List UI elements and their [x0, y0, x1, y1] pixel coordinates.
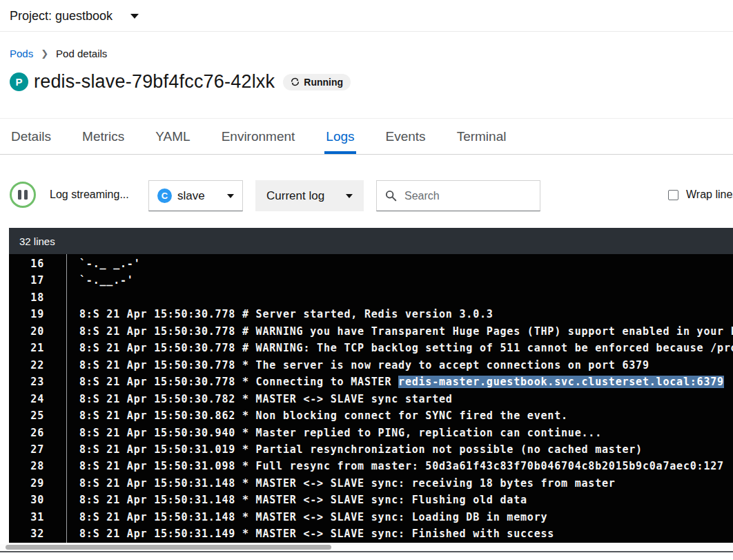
log-line-text	[66, 289, 79, 306]
log-toolbar: Log streaming... C slave Current log Wra…	[10, 180, 733, 211]
tab-details[interactable]: Details	[10, 119, 52, 154]
log-line: 238:S 21 Apr 15:50:30.778 * Connecting t…	[9, 374, 733, 390]
log-line-number: 16	[9, 255, 66, 272]
wrap-lines-label: Wrap lines	[686, 189, 733, 201]
log-line-number: 25	[9, 407, 66, 424]
log-line-number: 17	[9, 272, 66, 289]
page-title: redis-slave-79bf4fcc76-42lxk	[34, 71, 275, 93]
search-icon	[385, 190, 397, 202]
status-badge-label: Running	[304, 77, 343, 88]
pause-log-streaming-button[interactable]	[10, 182, 36, 208]
search-input[interactable]	[404, 190, 522, 202]
breadcrumb: Pods ❯ Pod details	[10, 48, 107, 59]
log-line: 248:S 21 Apr 15:50:30.782 * MASTER <-> S…	[9, 391, 733, 407]
log-line: 308:S 21 Apr 15:50:31.148 * MASTER <-> S…	[9, 492, 733, 508]
log-line-text: 8:S 21 Apr 15:50:31.019 * Partial resync…	[66, 441, 643, 458]
log-line-number: 30	[9, 492, 66, 508]
log-line-number: 20	[9, 323, 66, 340]
log-line: 208:S 21 Apr 15:50:30.778 # WARNING you …	[9, 323, 733, 340]
log-search	[376, 180, 540, 211]
breadcrumb-current: Pod details	[56, 48, 107, 59]
log-window: 32 lines 16`-._ _.-'17`-.__.-'18198:S 21…	[9, 228, 733, 543]
log-streaming-status: Log streaming...	[50, 189, 129, 201]
log-line: 228:S 21 Apr 15:50:30.778 * The server i…	[9, 357, 733, 374]
tab-metrics[interactable]: Metrics	[81, 119, 126, 154]
pod-details-page: Project: guestbook Pods ❯ Pod details P …	[0, 0, 733, 560]
log-line-number: 22	[9, 357, 66, 374]
log-line: 18	[9, 289, 733, 306]
log-line-text: 8:S 21 Apr 15:50:30.782 * MASTER <-> SLA…	[66, 391, 453, 407]
log-line-number: 24	[9, 391, 66, 407]
log-line-number: 19	[9, 306, 66, 322]
log-lines[interactable]: 16`-._ _.-'17`-.__.-'18198:S 21 Apr 15:5…	[9, 254, 733, 543]
log-highlighted-text: redis-master.guestbook.svc.clusterset.lo…	[398, 376, 724, 388]
caret-down-icon	[346, 194, 353, 198]
log-file-select-value: Current log	[266, 189, 324, 203]
log-line-text: 8:S 21 Apr 15:50:31.148 * MASTER <-> SLA…	[66, 475, 616, 492]
page-header: P redis-slave-79bf4fcc76-42lxk Running	[10, 71, 351, 93]
log-line-number: 26	[9, 425, 66, 441]
log-line-number: 21	[9, 340, 66, 356]
tab-events[interactable]: Events	[384, 119, 427, 154]
log-line-number: 18	[9, 289, 66, 306]
log-line-text: 8:S 21 Apr 15:50:30.778 # WARNING: The T…	[66, 340, 733, 356]
log-line: 288:S 21 Apr 15:50:31.098 * Full resync …	[9, 458, 733, 474]
log-line: 17`-.__.-'	[9, 272, 733, 289]
log-line: 298:S 21 Apr 15:50:31.148 * MASTER <-> S…	[9, 475, 733, 492]
log-line: 198:S 21 Apr 15:50:30.778 # Server start…	[9, 306, 733, 322]
chevron-right-icon: ❯	[41, 48, 48, 59]
log-window-bottom-border	[0, 551, 733, 552]
tab-logs[interactable]: Logs	[324, 119, 355, 154]
horizontal-scrollbar[interactable]	[0, 544, 733, 550]
container-select[interactable]: C slave	[148, 180, 243, 211]
log-line-number: 32	[9, 525, 66, 542]
log-line-text: 8:S 21 Apr 15:50:31.148 * MASTER <-> SLA…	[66, 492, 527, 508]
log-line-text: 8:S 21 Apr 15:50:30.778 # WARNING you ha…	[66, 323, 733, 340]
tab-terminal[interactable]: Terminal	[456, 119, 508, 154]
tab-environment[interactable]: Environment	[220, 119, 297, 154]
log-line-text: 8:S 21 Apr 15:50:30.778 * Connecting to …	[66, 374, 724, 390]
log-line-text: `-.__.-'	[66, 272, 134, 289]
log-line-text: `-._ _.-'	[66, 255, 140, 272]
log-line-number: 29	[9, 475, 66, 492]
log-line-number: 27	[9, 441, 66, 458]
wrap-lines-checkbox[interactable]	[668, 190, 678, 200]
tab-yaml[interactable]: YAML	[154, 119, 191, 154]
container-select-value: slave	[177, 189, 205, 203]
breadcrumb-pods-link[interactable]: Pods	[10, 48, 33, 59]
log-line-text: 8:S 21 Apr 15:50:30.940 * Master replied…	[66, 425, 602, 441]
log-line: 258:S 21 Apr 15:50:30.862 * Non blocking…	[9, 407, 733, 424]
log-line-text: 8:S 21 Apr 15:50:30.778 * The server is …	[66, 357, 649, 374]
caret-down-icon	[227, 194, 234, 198]
log-line: 16`-._ _.-'	[9, 255, 733, 272]
log-line-text: 8:S 21 Apr 15:50:31.149 * MASTER <-> SLA…	[66, 525, 554, 542]
log-line: 268:S 21 Apr 15:50:30.940 * Master repli…	[9, 425, 733, 441]
log-line: 318:S 21 Apr 15:50:31.148 * MASTER <-> S…	[9, 509, 733, 525]
log-line: 328:S 21 Apr 15:50:31.149 * MASTER <-> S…	[9, 525, 733, 542]
log-line-text: 8:S 21 Apr 15:50:31.148 * MASTER <-> SLA…	[66, 509, 547, 525]
log-line-number: 23	[9, 374, 66, 390]
log-line-count: 32 lines	[9, 228, 733, 254]
log-line-number: 28	[9, 458, 66, 474]
log-line-text: 8:S 21 Apr 15:50:30.778 # Server started…	[66, 306, 493, 322]
log-line-number: 31	[9, 509, 66, 525]
project-selector[interactable]: Project: guestbook	[10, 0, 139, 32]
pod-badge: P	[10, 73, 28, 91]
pause-icon	[18, 190, 21, 200]
wrap-lines-control: Wrap lines	[668, 189, 733, 201]
log-file-select[interactable]: Current log	[255, 180, 364, 211]
log-line: 218:S 21 Apr 15:50:30.778 # WARNING: The…	[9, 340, 733, 356]
container-badge-icon: C	[157, 189, 172, 203]
project-bar: Project: guestbook	[0, 0, 733, 32]
sync-icon	[291, 77, 300, 86]
status-badge: Running	[283, 74, 351, 90]
tab-bar: DetailsMetricsYAMLEnvironmentLogsEventsT…	[0, 118, 733, 155]
caret-down-icon	[130, 14, 139, 19]
log-line-text: 8:S 21 Apr 15:50:30.862 * Non blocking c…	[66, 407, 568, 424]
horizontal-scrollbar-thumb[interactable]	[6, 545, 331, 550]
log-line: 278:S 21 Apr 15:50:31.019 * Partial resy…	[9, 441, 733, 458]
log-line-text: 8:S 21 Apr 15:50:31.098 * Full resync fr…	[66, 458, 724, 474]
project-selector-label: Project: guestbook	[10, 9, 113, 23]
